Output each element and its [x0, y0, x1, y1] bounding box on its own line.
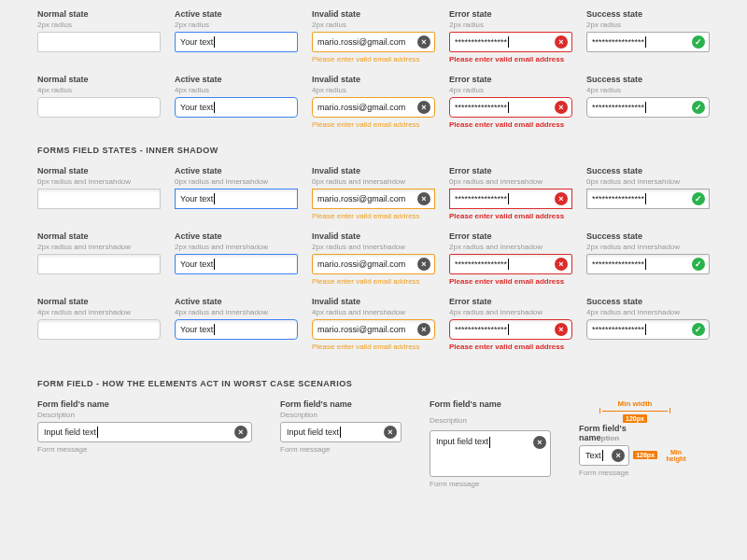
- state-sublabel: 4px radius and innershadow: [37, 308, 161, 316]
- text-input[interactable]: **************** ×: [449, 32, 572, 52]
- validation-message: Please enter valid email address: [312, 343, 435, 351]
- clear-icon[interactable]: ×: [417, 101, 430, 114]
- text-input[interactable]: Your text: [175, 97, 298, 118]
- text-input[interactable]: **************** ×: [449, 319, 572, 340]
- text-input[interactable]: mario.rossi@gmail.com ×: [312, 189, 435, 209]
- state-sublabel: 4px radius and innershadow: [449, 308, 572, 316]
- text-input[interactable]: **************** ×: [449, 254, 572, 274]
- text-input[interactable]: **************** ✓: [586, 254, 710, 274]
- clear-icon[interactable]: ×: [612, 449, 625, 462]
- clear-icon[interactable]: ×: [417, 258, 430, 271]
- state-title: Invalid state: [312, 166, 435, 175]
- normal-state-cell: Normal state 4px radius and innershadow: [37, 297, 161, 351]
- state-sublabel: 4px radius: [586, 86, 710, 94]
- caret-icon: [508, 36, 509, 48]
- caret-icon: [508, 102, 509, 113]
- clear-icon[interactable]: ×: [234, 426, 247, 439]
- state-sublabel: 2px radius: [175, 21, 298, 29]
- error-icon: ×: [555, 258, 568, 271]
- text-input[interactable]: **************** ×: [449, 189, 572, 209]
- state-row: Normal state 2px radius Active state 2px…: [37, 9, 710, 63]
- state-sublabel: 4px radius and innershadow: [175, 308, 298, 316]
- state-sublabel: 0px radius and innersahdow: [586, 177, 710, 186]
- input-value: Input field text: [44, 427, 96, 437]
- text-input[interactable]: [37, 254, 161, 274]
- text-input[interactable]: mario.rossi@gmail.com ×: [312, 254, 435, 274]
- validation-message: Please enter valid email address: [312, 55, 435, 63]
- state-sublabel: 2px radius and innershadow: [449, 243, 572, 251]
- state-title: Success state: [586, 75, 710, 84]
- state-title: Active state: [175, 297, 298, 306]
- text-input[interactable]: mario.rossi@gmail.com ×: [312, 319, 435, 340]
- state-title: Normal state: [37, 9, 161, 19]
- state-sublabel: 2px radius and innershadow: [586, 243, 710, 251]
- text-input[interactable]: **************** ✓: [586, 189, 710, 209]
- text-input[interactable]: Your text: [175, 189, 298, 209]
- error-icon: ×: [555, 35, 568, 49]
- field-name: Form field's name: [37, 399, 252, 409]
- text-input[interactable]: mario.rossi@gmail.com ×: [312, 97, 435, 118]
- input-value: ****************: [455, 103, 507, 112]
- state-sublabel: 2px radius: [312, 21, 435, 29]
- caret-icon: [214, 193, 215, 204]
- section-title-inner-shadow: FORMS FIELD STATES - INNER SHADOW: [37, 146, 710, 155]
- caret-icon: [214, 324, 215, 335]
- input-value: ****************: [592, 194, 644, 203]
- form-message: Form message: [280, 445, 402, 454]
- text-input[interactable]: **************** ×: [449, 97, 572, 118]
- text-input[interactable]: Your text: [175, 254, 298, 274]
- state-title: Normal state: [37, 166, 161, 175]
- caret-icon: [645, 259, 646, 270]
- clear-icon[interactable]: ×: [417, 192, 430, 205]
- text-input[interactable]: **************** ✓: [586, 32, 710, 52]
- state-sublabel: 0px radius and innersahdow: [37, 177, 161, 186]
- state-title: Error state: [449, 75, 572, 84]
- text-input[interactable]: [37, 97, 161, 118]
- caret-icon: [645, 193, 646, 204]
- error-icon: ×: [555, 323, 568, 336]
- text-input[interactable]: [37, 189, 161, 209]
- success-state-cell: Success state 4px radius ***************…: [586, 75, 710, 129]
- input-value: Your text: [180, 103, 213, 112]
- caret-icon: [214, 102, 215, 113]
- error-state-cell: Error state 0px radius and innersahdow *…: [449, 166, 572, 220]
- text-input[interactable]: [37, 32, 161, 52]
- state-title: Normal state: [37, 297, 161, 306]
- field-description: Description: [280, 411, 402, 419]
- validation-message: Please enter valid email address: [312, 277, 435, 286]
- state-title: Success state: [586, 9, 710, 19]
- field-name: Form field'snameption: [579, 425, 691, 443]
- clear-icon[interactable]: ×: [384, 426, 397, 439]
- clear-icon[interactable]: ×: [417, 323, 430, 336]
- text-input[interactable]: Your text: [175, 32, 298, 52]
- input-value: ****************: [592, 325, 644, 334]
- text-input[interactable]: Text ×: [579, 445, 629, 466]
- success-state-cell: Success state 2px radius ***************…: [586, 9, 710, 63]
- caret-icon: [489, 437, 490, 448]
- success-icon: ✓: [692, 35, 705, 49]
- text-input[interactable]: mario.rossi@gmail.com ×: [312, 32, 435, 52]
- input-value: mario.rossi@gmail.com: [317, 325, 405, 334]
- validation-message: Please enter valid email address: [312, 212, 435, 220]
- caret-icon: [645, 324, 646, 335]
- clear-icon[interactable]: ×: [533, 436, 546, 449]
- input-value: ****************: [455, 37, 507, 47]
- text-input[interactable]: **************** ✓: [586, 97, 710, 118]
- text-input[interactable]: Your text: [175, 319, 298, 340]
- caret-icon: [214, 259, 215, 270]
- text-input[interactable]: Input field text ×: [430, 430, 551, 477]
- clear-icon[interactable]: ×: [417, 35, 430, 49]
- state-row: Normal state 4px radius and innershadow …: [37, 297, 710, 351]
- annotation-height-value: 126px: [633, 451, 657, 459]
- caret-icon: [645, 102, 646, 113]
- worst-case-cell-annotated: Min width 120px Form field'snameption Te…: [579, 399, 691, 477]
- validation-message: Please enter valid email address: [449, 55, 572, 63]
- text-input[interactable]: [37, 319, 161, 340]
- text-input[interactable]: Input field text ×: [280, 422, 402, 442]
- success-state-cell: Success state 2px radius and innershadow…: [586, 231, 710, 286]
- input-value: Input field text: [287, 427, 339, 437]
- error-state-cell: Error state 4px radius and innershadow *…: [449, 297, 572, 351]
- text-input[interactable]: Input field text ×: [37, 422, 252, 442]
- text-input[interactable]: **************** ✓: [586, 319, 710, 340]
- state-sublabel: 4px radius: [449, 86, 572, 94]
